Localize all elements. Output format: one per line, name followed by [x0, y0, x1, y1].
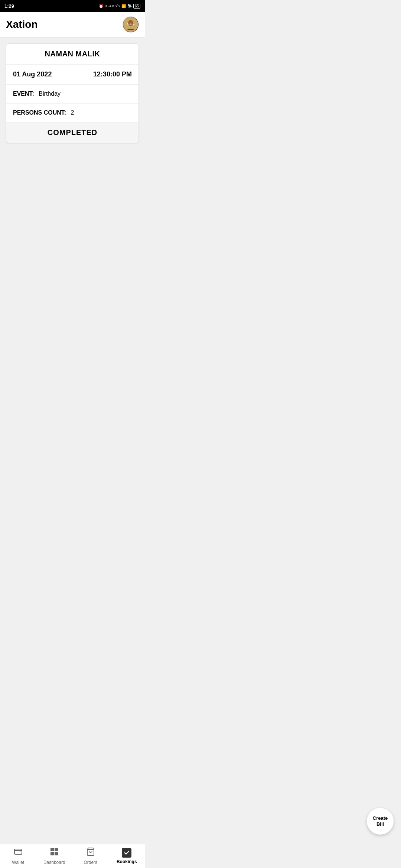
app-title: Xation [6, 19, 38, 30]
persons-value: 2 [71, 109, 74, 116]
main-content: NAMAN MALIK 01 Aug 2022 12:30:00 PM EVEN… [0, 37, 145, 289]
status-icons: ⏰ 0.24 KB/S 📶 📡 65 [99, 4, 140, 9]
customer-name-row: NAMAN MALIK [6, 44, 138, 65]
booking-date: 01 Aug 2022 [13, 70, 52, 78]
date-time-row: 01 Aug 2022 12:30:00 PM [6, 65, 138, 85]
status-row: COMPLETED [6, 122, 138, 143]
signal-icon: 📡 [127, 4, 132, 8]
event-value: Birthday [39, 91, 61, 97]
status-time: 1:29 [4, 3, 14, 9]
user-avatar[interactable]: Xation [123, 16, 139, 33]
persons-row: PERSONS COUNT: 2 [6, 103, 138, 122]
event-label: EVENT: [13, 91, 34, 97]
booking-time: 12:30:00 PM [93, 70, 132, 78]
booking-card: NAMAN MALIK 01 Aug 2022 12:30:00 PM EVEN… [6, 43, 139, 143]
alarm-icon: ⏰ [99, 4, 103, 8]
persons-label: PERSONS COUNT: [13, 109, 66, 116]
battery-icon: 65 [133, 4, 140, 9]
customer-name: NAMAN MALIK [13, 50, 132, 58]
event-row: EVENT: Birthday [6, 85, 138, 103]
network-speed: 0.24 KB/S [105, 4, 120, 8]
svg-text:Xation: Xation [126, 23, 134, 26]
booking-status: COMPLETED [48, 128, 98, 137]
status-bar: 1:29 ⏰ 0.24 KB/S 📶 📡 65 [0, 0, 145, 12]
header: Xation Xation [0, 12, 145, 37]
wifi-icon: 📶 [121, 4, 126, 8]
